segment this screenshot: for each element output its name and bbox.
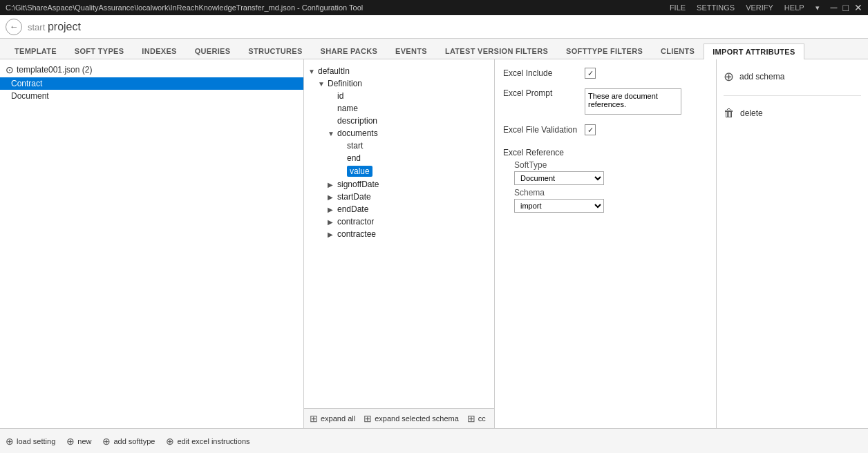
expand-all-icon: ⊞ [310,413,318,424]
left-panel: ⊙ template001.json (2) Contract Document [0,59,304,428]
schema-row: Schema import export default [514,188,708,213]
expand-all-label: expand all [321,414,355,423]
delete-button[interactable]: 🗑 delete [724,104,861,122]
softtype-select[interactable]: Document Contract Other [514,171,604,185]
load-setting-button[interactable]: ⊕ load setting [6,436,55,447]
excel-reference-label: Excel Reference [503,148,708,157]
add-softtype-button[interactable]: ⊕ add softtype [102,436,155,447]
schema-label-defaultin: defaultIn [318,66,350,76]
schema-node-defaultin: ▼ defaultIn ▼ Definition id [307,65,491,240]
dropdown-icon[interactable]: ▾ [815,3,820,12]
tab-softtype-filters[interactable]: SOFTTYPE FILTERS [557,43,652,59]
navbar: ← start project [0,15,868,39]
add-schema-button[interactable]: ⊕ add schema [724,66,861,87]
excel-prompt-row: Excel Prompt These are document referenc… [503,88,708,115]
schema-label-definition: Definition [328,79,362,88]
excel-prompt-textarea[interactable]: These are document references. [585,88,681,115]
titlebar-right: FILE SETTINGS VERIFY HELP ▾ ─ □ ✕ [670,2,862,13]
tree-collapse-icon: ⊙ [6,64,14,75]
bottom-bar: ⊕ load setting ⊕ new ⊕ add softtype ⊕ ed… [0,428,868,453]
schema-label-contractor: contractor [337,217,374,226]
expand-icon-enddate: ▶ [328,206,337,213]
expand-icon-defaultin: ▼ [308,68,318,75]
expand-selected-icon: ⊞ [364,413,372,424]
back-icon: ← [10,21,19,32]
titlebar-title: C:\Git\ShareAspace\QualityAssurance\loca… [6,3,363,12]
schema-tree-area: ▼ defaultIn ▼ Definition id [304,59,494,408]
expand-icon-contractee: ▶ [328,231,337,238]
tab-indexes[interactable]: INDEXES [133,43,185,59]
breadcrumb: start project [28,21,81,33]
schema-label-enddate: endDate [337,204,368,214]
delete-label: delete [740,108,763,118]
schema-label-signoffdate: signoffDate [337,180,379,189]
tree-area: ⊙ template001.json (2) Contract Document [0,59,303,428]
softtype-label: SoftType [514,160,547,170]
load-setting-icon: ⊕ [6,436,14,447]
file-menu[interactable]: FILE [670,3,686,12]
edit-excel-instructions-button[interactable]: ⊕ edit excel instructions [166,436,249,447]
close-button[interactable]: ✕ [854,2,862,13]
divider [724,95,861,96]
expand-all-button[interactable]: ⊞ expand all [310,413,355,424]
schema-tree: ▼ defaultIn ▼ Definition id [307,65,491,240]
titlebar-left: C:\Git\ShareAspace\QualityAssurance\loca… [6,3,363,12]
expand-selected-label: expand selected schema [375,414,459,423]
tree-header[interactable]: ⊙ template001.json (2) [0,62,303,77]
tab-queries[interactable]: QUERIES [186,43,240,59]
expand-icon-definition: ▼ [318,80,328,88]
main-layout: ⊙ template001.json (2) Contract Document… [0,59,868,428]
expand-icon-contractor: ▶ [328,218,337,226]
cc-label: cc [478,414,486,423]
add-schema-icon: ⊕ [724,69,734,84]
excel-reference-section: Excel Reference SoftType Document Contra… [503,148,708,215]
excel-file-validation-checkbox[interactable] [585,124,596,135]
tab-soft-types[interactable]: SOFT TYPES [66,43,133,59]
schema-select[interactable]: import export default [514,199,604,213]
tab-events[interactable]: EVENTS [386,43,436,59]
back-button[interactable]: ← [6,19,22,35]
excel-file-validation-label: Excel File Validation [503,125,579,135]
tree-item-document[interactable]: Document [0,90,303,102]
new-icon: ⊕ [66,436,75,447]
help-menu[interactable]: HELP [784,3,804,12]
tree-item-contract[interactable]: Contract [0,77,303,90]
window-controls: ─ □ ✕ [831,2,862,13]
new-button[interactable]: ⊕ new [66,436,91,447]
tab-share-packs[interactable]: SHARE PACKS [312,43,387,59]
cc-icon: ⊞ [467,413,475,424]
schema-select-label: Schema [514,188,545,197]
tab-latest-version-filters[interactable]: LATEST VERSION FILTERS [436,43,557,59]
tab-template[interactable]: TEMPLATE [6,43,66,59]
new-label: new [77,437,91,445]
tab-import-attributes[interactable]: IMPORT ATTRIBUTES [704,44,804,59]
breadcrumb-start: start [28,22,45,32]
breadcrumb-project: project [48,21,81,32]
softtype-row: SoftType Document Contract Other [514,160,708,185]
add-softtype-icon: ⊕ [102,436,111,447]
excel-include-checkbox[interactable] [585,68,596,79]
far-right-panel: ⊕ add schema 🗑 delete [716,59,868,428]
settings-menu[interactable]: SETTINGS [697,3,735,12]
center-bottom: ⊞ expand all ⊞ expand selected schema ⊞ … [304,408,494,428]
maximize-button[interactable]: □ [843,2,849,13]
right-panel: Excel Include Excel Prompt These are doc… [495,59,716,428]
schema-label-id: id [337,91,343,101]
schema-label-start: start [347,141,363,151]
schema-label-name: name [337,104,358,113]
minimize-button[interactable]: ─ [831,2,838,13]
cc-button[interactable]: ⊞ cc [467,413,486,424]
expand-icon-startdate: ▶ [328,193,337,201]
verify-menu[interactable]: VERIFY [746,3,773,12]
expand-selected-button[interactable]: ⊞ expand selected schema [364,413,459,424]
expand-icon-signoffdate: ▶ [328,181,337,189]
delete-icon: 🗑 [724,107,735,119]
tab-structures[interactable]: STRUCTURES [239,43,311,59]
titlebar: C:\Git\ShareAspace\QualityAssurance\loca… [0,0,868,15]
tab-clients[interactable]: CLIENTS [652,43,704,59]
excel-include-row: Excel Include [503,68,708,79]
expand-icon-documents: ▼ [328,130,337,137]
edit-excel-icon: ⊕ [166,436,174,447]
schema-label-contractee: contractee [337,229,376,239]
excel-include-label: Excel Include [503,68,579,78]
